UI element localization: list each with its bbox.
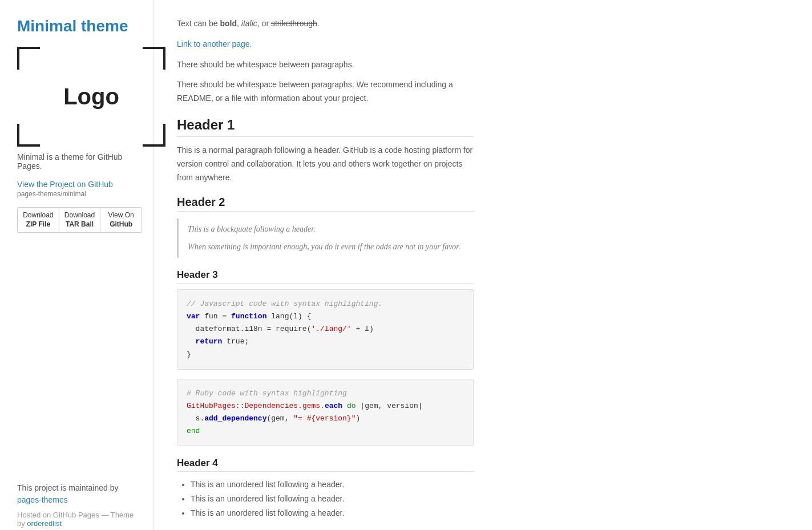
page-link-paragraph: Link to another page. [177,38,474,51]
sidebar: Minimal theme Logo Minimal is a theme fo… [0,0,154,530]
sidebar-description: Minimal is a theme for GitHub Pages. [17,152,142,171]
main-content: Text can be bold, italic, or strikethrou… [154,0,496,530]
view-on-bottom: GitHub [105,220,137,229]
download-tar-bottom: TAR Ball [64,220,96,229]
view-on-top: View On [105,211,137,220]
blockquote-line1: This is a blockquote following a header. [188,223,464,236]
js-code-block: // Javascript code with syntax highlight… [177,289,474,369]
blockquote-line2: When something is important enough, you … [188,241,464,253]
download-tar-top: Download [64,211,96,220]
list-item: This is an unordered list following a he… [191,478,474,492]
maintained-link[interactable]: pages-themes [17,495,68,504]
whitespace-para2: There should be whitespace between parag… [177,78,474,106]
logo-box: Logo [17,47,165,147]
project-github-link[interactable]: View the Project on GitHub [17,180,142,189]
download-zip-bottom: ZIP File [22,220,54,229]
ruby-code-block: # Ruby code with syntax highlighting Git… [177,379,474,446]
logo-corner-br [143,124,165,147]
view-github-button[interactable]: View On GitHub [100,208,142,232]
maintained-by: This project is maintained by pages-them… [17,482,142,506]
list-item: This is an unordered list following a he… [191,506,474,520]
unordered-list: This is an unordered list following a he… [191,478,474,521]
header-2: Header 2 [177,196,474,212]
site-title: Minimal theme [17,17,142,35]
sidebar-footer: This project is maintained by pages-them… [17,471,142,528]
logo-text: Logo [63,84,119,110]
hosted-by: Hosted on GitHub Pages — Theme by ordere… [17,511,142,528]
project-path: pages-themes/minimal [17,190,142,198]
header-3: Header 3 [177,269,474,284]
blockquote-section: This is a blockquote following a header.… [177,219,474,258]
header-1: Header 1 [177,117,474,137]
download-zip-top: Download [22,211,54,220]
hosted-link[interactable]: orderedlist [27,519,62,528]
another-page-link[interactable]: Link to another page. [177,39,252,48]
header-4: Header 4 [177,458,474,472]
intro-paragraph: Text can be bold, italic, or strikethrou… [177,17,474,31]
download-zip-button[interactable]: Download ZIP File [18,208,59,232]
logo-corner-tl [17,47,40,70]
header1-paragraph: This is a normal paragraph following a h… [177,144,474,184]
whitespace-para1: There should be whitespace between parag… [177,58,474,72]
download-tarball-button[interactable]: Download TAR Ball [59,208,101,232]
logo-corner-tr [143,47,165,70]
list-item: This is an unordered list following a he… [191,492,474,506]
logo-corner-bl [17,124,40,147]
download-buttons-group: Download ZIP File Download TAR Ball View… [17,207,142,233]
